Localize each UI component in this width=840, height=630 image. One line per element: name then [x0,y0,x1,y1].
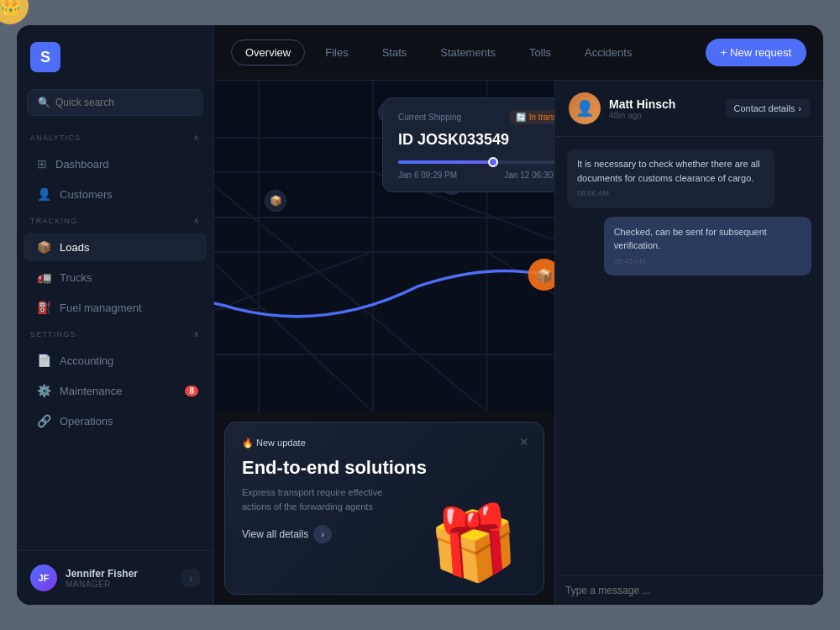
section-analytics: ANALYTICS ∧ [17,133,213,149]
chat-header: 👤 Matt Hinsch 48m ago Contact details › [555,81,823,137]
maintenance-badge: 8 [185,386,198,396]
sidebar: S 🔍 ANALYTICS ∧ ⊞ Dashboard 👤 [17,25,214,605]
tab-accidents[interactable]: Accidents [571,40,645,65]
chat-avatar: 👤 [569,92,601,124]
chat-time: 48m ago [609,111,675,120]
maintenance-icon: ⚙️ [37,384,51,397]
customers-icon: 👤 [37,187,51,201]
message-text-1: It is necessary to check whether there a… [577,157,764,185]
shipping-id: ID JOSK033549 [398,131,554,149]
loads-icon: 📦 [37,240,51,254]
progress-fill [398,160,491,164]
operations-icon: 🔗 [37,414,51,428]
crown-logo: 👑 [0,0,29,24]
messages-area: It is necessary to check whether there a… [555,137,823,575]
promo-badge: 🔥 New update [242,438,527,449]
status-badge: 🔄 In transit [509,110,554,124]
sidebar-item-loads[interactable]: 📦 Loads [24,233,207,261]
user-role: Manager [66,580,173,589]
chat-input[interactable] [565,585,813,596]
dashboard-icon: ⊞ [37,157,47,171]
message-received-1: It is necessary to check whether there a… [567,149,774,208]
sidebar-item-customers[interactable]: 👤 Customers [24,180,207,208]
chat-input-area[interactable] [555,575,823,605]
sidebar-item-accounting[interactable]: 📄 Accounting [24,346,207,375]
progress-dot [488,157,498,167]
close-promo-button[interactable]: ✕ [515,433,533,451]
shipping-label: Current Shipping [398,113,461,122]
chevron-icon: ∧ [193,133,200,142]
map-pin-6: 📦 [265,190,286,212]
date-start: Jan 6 09:29 PM [398,171,457,180]
chevron-icon-3: ∧ [193,329,200,339]
chat-panel: 👤 Matt Hinsch 48m ago Contact details › [554,81,823,605]
user-info: Jennifer Fisher Manager [66,568,173,589]
message-sent-1: Checked, can be sent for subsequent veri… [604,217,811,276]
shipping-dates: Jan 6 09:29 PM Jan 12 06:30 PM [398,171,554,180]
promo-card: 🔥 New update End-to-end solutions Expres… [224,422,544,595]
search-icon: 🔍 [38,97,50,108]
message-text-2: Checked, can be sent for subsequent veri… [614,225,801,253]
tab-overview[interactable]: Overview [231,39,305,66]
section-tracking: TRACKING ∧ [17,216,213,232]
fuel-icon: ⛽ [37,301,51,314]
top-nav: Overview Files Stats Statements Tolls Ac… [214,25,823,81]
arrow-right-icon: › [798,103,801,113]
crown-icon: 👑 [0,0,21,16]
chat-user-info: Matt Hinsch 48m ago [609,97,675,120]
date-end: Jan 12 06:30 PM [504,171,554,180]
chevron-icon-2: ∧ [193,216,200,225]
shipping-card: Current Shipping 🔄 In transit ID JOSK033… [382,97,554,192]
sidebar-item-maintenance[interactable]: ⚙️ Maintenance 8 [24,376,207,405]
message-time-1: 08:06 AM [577,188,764,200]
chat-user-name: Matt Hinsch [609,97,675,111]
svg-text:📦: 📦 [536,267,554,285]
map-area: 📦 📦 📦 📦 📦 📦 📦 📦 📦 [214,81,554,412]
transit-icon: 🔄 [516,113,526,122]
tab-files[interactable]: Files [312,40,361,65]
tab-stats[interactable]: Stats [369,40,421,65]
promo-description: Express transport require effective acti… [242,486,410,513]
search-input[interactable] [55,97,192,108]
section-settings: SETTINGS ∧ [17,329,213,345]
promo-package-icon: 🎁 [426,498,522,590]
app-logo: S [30,42,60,72]
sidebar-item-operations[interactable]: 🔗 Operations [24,407,207,435]
user-name: Jennifer Fisher [66,568,173,580]
new-request-button[interactable]: + New request [706,39,806,66]
trucks-icon: 🚛 [37,270,51,284]
tab-statements[interactable]: Statements [427,40,509,65]
accounting-icon: 📄 [37,354,51,367]
contact-details-button[interactable]: Contact details › [726,99,810,118]
promo-arrow-icon: › [313,525,332,543]
user-profile[interactable]: JF Jennifer Fisher Manager › [17,550,213,605]
sidebar-item-trucks[interactable]: 🚛 Trucks [24,263,207,291]
promo-title: End-to-end solutions [242,457,527,479]
progress-track [398,160,554,164]
search-bar[interactable]: 🔍 [27,89,203,116]
main-content: Overview Files Stats Statements Tolls Ac… [214,25,823,605]
avatar: JF [30,564,57,591]
message-time-2: 08:43 AM [614,256,801,268]
tab-tolls[interactable]: Tolls [516,40,564,65]
profile-arrow-icon[interactable]: › [181,569,200,587]
sidebar-item-fuel[interactable]: ⛽ Fuel managment [24,293,207,322]
sidebar-item-dashboard[interactable]: ⊞ Dashboard [24,150,207,178]
